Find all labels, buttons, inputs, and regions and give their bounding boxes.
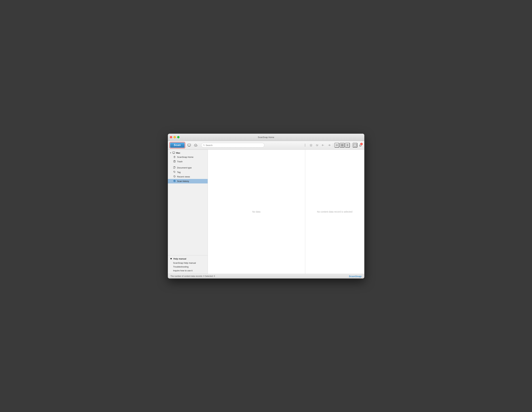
svg-rect-7 [305, 144, 305, 147]
search-input[interactable] [206, 144, 263, 147]
recent-views-label: Recent views [177, 176, 190, 178]
help-chevron-icon: ▼ [170, 257, 172, 260]
tag-icon [173, 171, 176, 174]
notification-button[interactable]: 4 [358, 143, 363, 148]
sidebar-item-scan-history[interactable]: Scan history [168, 179, 208, 183]
svg-line-6 [204, 145, 205, 146]
mac-chevron-icon: ▼ [170, 152, 171, 154]
trash-label: Trash [177, 160, 183, 163]
no-record-label: No content data record is selected [317, 210, 352, 213]
svg-rect-14 [341, 144, 342, 145]
maximize-button[interactable] [177, 136, 180, 138]
sidebar-item-document-type[interactable]: Document type [168, 166, 208, 170]
svg-rect-29 [174, 161, 175, 162]
svg-rect-28 [174, 157, 175, 158]
sidebar-item-troubleshooting[interactable]: Troubleshooting [168, 265, 208, 269]
toolbar-right: 4 [302, 142, 363, 148]
help-section-label: Help manual [173, 258, 186, 260]
svg-rect-17 [342, 145, 343, 146]
sidebar-item-recent-views[interactable]: Recent views [168, 174, 208, 179]
svg-rect-24 [172, 152, 175, 153]
no-data-label: No data [252, 210, 260, 213]
sidebar-item-inquire[interactable]: Inquire how to use it [168, 269, 208, 272]
svg-marker-8 [310, 144, 312, 146]
monitor-icon [172, 152, 175, 154]
help-manual-label: ScanSnap Help manual [173, 262, 196, 264]
app-window: ScanSnap Home Scan [168, 134, 364, 279]
scan-button-label: Scan [174, 144, 181, 147]
scan-history-icon [173, 180, 176, 183]
content-panel: No data [208, 150, 305, 274]
content-empty-state: No data [208, 150, 305, 274]
sidebar-content: ▼ Mac Sca [168, 150, 208, 255]
star-icon-button[interactable] [308, 142, 314, 148]
traffic-lights [170, 136, 180, 138]
scansnap-home-label: ScanSnap Home [177, 156, 193, 158]
svg-point-5 [203, 144, 204, 146]
sidebar-item-help-manual[interactable]: ScanSnap Help manual [168, 261, 208, 265]
divider-icon-button[interactable] [302, 142, 308, 148]
sidebar-item-tag[interactable]: Tag [168, 170, 208, 174]
troubleshooting-label: Troubleshooting [173, 265, 189, 268]
minimize-button[interactable] [173, 136, 176, 138]
scan-button-wrapper: Scan [170, 142, 185, 148]
sidebar-footer-header[interactable]: ▼ Help manual [168, 257, 208, 261]
svg-rect-15 [342, 144, 343, 145]
scan-button[interactable]: Scan [170, 143, 184, 148]
cloud-icon-button[interactable] [193, 142, 199, 148]
toolbar: Scan [168, 141, 364, 150]
svg-rect-16 [341, 145, 342, 146]
toolbar-divider-1 [333, 143, 333, 147]
sidebar-item-scansnap-home[interactable]: ScanSnap Home [168, 155, 208, 159]
document-type-icon [173, 166, 176, 169]
trash-icon [173, 160, 176, 163]
close-button[interactable] [170, 136, 172, 138]
main-area: ▼ Mac Sca [168, 150, 364, 274]
refresh-icon-button[interactable] [314, 142, 320, 148]
title-bar: ScanSnap Home [168, 134, 364, 141]
split-view-button[interactable] [353, 143, 357, 148]
home-icon [173, 156, 176, 159]
back-button[interactable] [320, 142, 326, 148]
list-view-button[interactable] [334, 143, 339, 148]
sidebar-footer: ▼ Help manual ScanSnap Help manual Troub… [168, 255, 208, 274]
recent-views-icon [173, 175, 176, 178]
sidebar-section-mac[interactable]: ▼ Mac [168, 151, 208, 155]
tag-label: Tag [177, 171, 181, 173]
forward-button[interactable] [326, 142, 332, 148]
window-title: ScanSnap Home [258, 136, 274, 139]
scan-history-label: Scan history [177, 180, 189, 182]
detail-panel: No content data record is selected [305, 150, 364, 274]
svg-rect-0 [188, 144, 191, 146]
sidebar: ▼ Mac Sca [168, 150, 208, 274]
search-bar[interactable] [201, 143, 265, 148]
table-view-button[interactable] [345, 143, 350, 148]
notification-badge: 4 [360, 143, 363, 145]
records-count-text: The number of content data records: 0 Se… [171, 275, 215, 277]
svg-point-35 [174, 171, 174, 172]
grid-view-button[interactable] [340, 143, 344, 148]
document-type-label: Document type [177, 167, 192, 169]
mac-section-label: Mac [176, 152, 180, 154]
search-icon [203, 144, 205, 146]
computer-icon-button[interactable] [187, 142, 192, 148]
sidebar-item-trash[interactable]: Trash [168, 159, 208, 164]
detail-empty-state: No content data record is selected [314, 207, 356, 216]
inquire-label: Inquire how to use it [173, 269, 192, 272]
scansnap-brand: ScanSnap [349, 275, 362, 278]
status-bar: The number of content data records: 0 Se… [168, 274, 364, 279]
